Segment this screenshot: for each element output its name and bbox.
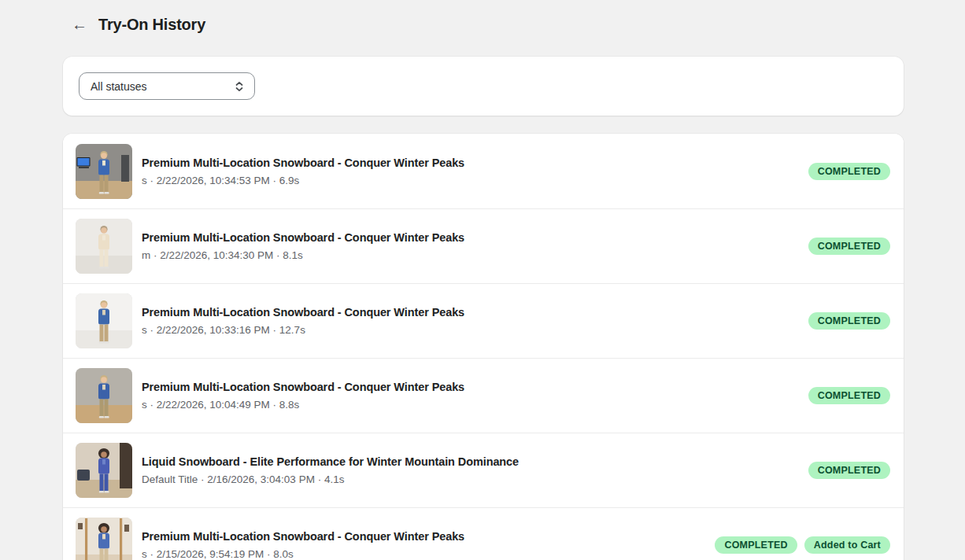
status-filter-value: All statuses bbox=[91, 80, 147, 93]
item-meta: s · 2/22/2026, 10:04:49 PM · 8.8s bbox=[142, 399, 464, 411]
product-title: Liquid Snowboard - Elite Performance for… bbox=[142, 455, 519, 468]
item-meta: Default Title · 2/16/2026, 3:04:03 PM · … bbox=[142, 473, 519, 485]
badge-group: COMPLETED bbox=[808, 312, 890, 330]
tryon-history-page: ← Try-On History All statuses Premium Mu… bbox=[0, 0, 965, 560]
item-text-block: Liquid Snowboard - Elite Performance for… bbox=[142, 455, 519, 485]
history-item[interactable]: Premium Multi-Location Snowboard - Conqu… bbox=[63, 208, 904, 283]
arrow-left-icon: ← bbox=[72, 17, 87, 32]
item-text-block: Premium Multi-Location Snowboard - Conqu… bbox=[142, 530, 464, 560]
up-down-caret-icon bbox=[235, 81, 244, 92]
badge-group: COMPLETED bbox=[808, 387, 890, 404]
status-filter-select[interactable]: All statuses bbox=[79, 72, 255, 100]
product-title: Premium Multi-Location Snowboard - Conqu… bbox=[142, 306, 464, 319]
status-badge: COMPLETED bbox=[808, 163, 890, 180]
item-meta: s · 2/22/2026, 10:33:16 PM · 12.7s bbox=[142, 324, 464, 336]
history-item[interactable]: Premium Multi-Location Snowboard - Conqu… bbox=[63, 283, 904, 358]
history-item[interactable]: Premium Multi-Location Snowboard - Conqu… bbox=[63, 134, 904, 208]
item-meta: s · 2/15/2026, 9:54:19 PM · 8.0s bbox=[142, 548, 464, 560]
item-meta: m · 2/22/2026, 10:34:30 PM · 8.1s bbox=[142, 249, 464, 261]
tryon-thumbnail bbox=[76, 219, 132, 274]
product-title: Premium Multi-Location Snowboard - Conqu… bbox=[142, 381, 464, 393]
product-title: Premium Multi-Location Snowboard - Conqu… bbox=[142, 231, 464, 244]
added-to-cart-badge: Added to Cart bbox=[804, 536, 890, 554]
tryon-thumbnail bbox=[76, 518, 132, 560]
item-text-block: Premium Multi-Location Snowboard - Conqu… bbox=[142, 157, 464, 186]
status-badge: COMPLETED bbox=[808, 238, 890, 255]
product-title: Premium Multi-Location Snowboard - Conqu… bbox=[142, 157, 464, 169]
history-item[interactable]: Premium Multi-Location Snowboard - Conqu… bbox=[63, 507, 904, 560]
item-text-block: Premium Multi-Location Snowboard - Conqu… bbox=[142, 306, 464, 336]
page-header: ← Try-On History bbox=[0, 0, 965, 34]
badge-group: COMPLETEDAdded to Cart bbox=[715, 536, 890, 554]
back-button[interactable]: ← bbox=[70, 15, 89, 34]
badge-group: COMPLETED bbox=[808, 462, 890, 479]
product-title: Premium Multi-Location Snowboard - Conqu… bbox=[142, 530, 464, 543]
history-item[interactable]: Premium Multi-Location Snowboard - Conqu… bbox=[63, 358, 904, 433]
tryon-thumbnail bbox=[76, 293, 132, 348]
tryon-thumbnail bbox=[76, 144, 132, 199]
tryon-history-list: Premium Multi-Location Snowboard - Conqu… bbox=[63, 134, 904, 560]
status-badge: COMPLETED bbox=[808, 387, 890, 404]
content-area: All statuses Premium Multi-Location Snow… bbox=[63, 57, 904, 560]
item-text-block: Premium Multi-Location Snowboard - Conqu… bbox=[142, 231, 464, 261]
item-text-block: Premium Multi-Location Snowboard - Conqu… bbox=[142, 381, 464, 411]
status-badge: COMPLETED bbox=[715, 536, 797, 554]
item-meta: s · 2/22/2026, 10:34:53 PM · 6.9s bbox=[142, 175, 464, 186]
badge-group: COMPLETED bbox=[808, 238, 890, 255]
filter-card: All statuses bbox=[63, 57, 904, 116]
page-title: Try-On History bbox=[98, 16, 205, 34]
tryon-thumbnail bbox=[76, 443, 132, 498]
history-item[interactable]: Liquid Snowboard - Elite Performance for… bbox=[63, 433, 904, 507]
tryon-thumbnail bbox=[76, 368, 132, 423]
badge-group: COMPLETED bbox=[808, 163, 890, 180]
status-badge: COMPLETED bbox=[808, 312, 890, 330]
status-badge: COMPLETED bbox=[808, 462, 890, 479]
